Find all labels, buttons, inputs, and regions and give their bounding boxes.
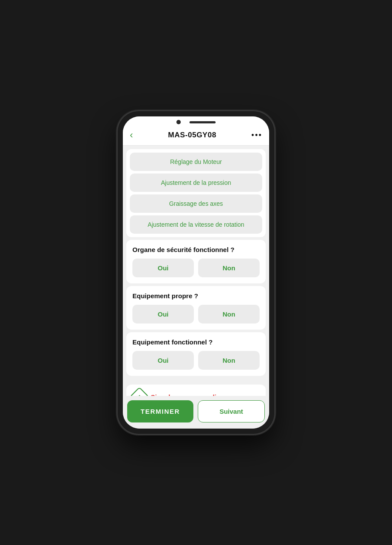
list-item[interactable]: Ajustement de la pression bbox=[130, 174, 262, 192]
camera-dot bbox=[176, 120, 181, 124]
answer-buttons-2: Oui Non bbox=[132, 305, 260, 324]
question-label-2: Equipement propre ? bbox=[132, 292, 260, 300]
suivant-button[interactable]: Suivant bbox=[198, 400, 265, 422]
question-label-1: Organe de sécurité fonctionnel ? bbox=[132, 246, 260, 253]
task-label: Réglage du Moteur bbox=[170, 158, 222, 165]
non-button-1[interactable]: Non bbox=[198, 259, 260, 277]
answer-buttons-1: Oui Non bbox=[132, 259, 260, 277]
question-card-1: Organe de sécurité fonctionnel ? Oui Non bbox=[126, 240, 266, 283]
task-label: Ajustement de la pression bbox=[161, 179, 231, 186]
non-button-2[interactable]: Non bbox=[198, 305, 260, 324]
oui-button-3[interactable]: Oui bbox=[132, 351, 194, 370]
oui-button-1[interactable]: Oui bbox=[132, 259, 194, 277]
phone-top-bar bbox=[123, 116, 269, 126]
phone-frame: ‹ MAS-05GY08 ••• Réglage du Moteur Ajust… bbox=[118, 111, 274, 434]
anomaly-header: ◇ Signaler une anomalie bbox=[132, 390, 260, 396]
oui-button-2[interactable]: Oui bbox=[132, 305, 194, 324]
phone-screen: ‹ MAS-05GY08 ••• Réglage du Moteur Ajust… bbox=[123, 116, 269, 429]
speaker-bar bbox=[189, 121, 216, 123]
list-item[interactable]: Réglage du Moteur bbox=[130, 153, 262, 171]
question-card-2: Equipement propre ? Oui Non bbox=[126, 286, 266, 330]
bottom-bar: TERMINER Suivant bbox=[123, 396, 269, 429]
list-item[interactable]: Ajustement de la vitesse de rotation bbox=[130, 215, 262, 234]
terminer-button[interactable]: TERMINER bbox=[127, 400, 193, 422]
anomaly-icon: ◇ bbox=[129, 387, 149, 396]
anomaly-section: ◇ Signaler une anomalie + Créer bbox=[126, 385, 266, 396]
spacer bbox=[123, 378, 269, 382]
more-button[interactable]: ••• bbox=[251, 131, 262, 140]
question-card-3: Equipement fonctionnel ? Oui Non bbox=[126, 332, 266, 376]
page-title: MAS-05GY08 bbox=[168, 131, 216, 140]
warning-icon: ◇ bbox=[137, 394, 142, 396]
task-list-section: Réglage du Moteur Ajustement de la press… bbox=[126, 149, 266, 237]
question-label-3: Equipement fonctionnel ? bbox=[132, 338, 260, 346]
content-scroll: Réglage du Moteur Ajustement de la press… bbox=[123, 146, 269, 396]
back-button[interactable]: ‹ bbox=[130, 130, 133, 140]
answer-buttons-3: Oui Non bbox=[132, 351, 260, 370]
task-label: Graissage des axes bbox=[169, 200, 223, 207]
app-header: ‹ MAS-05GY08 ••• bbox=[123, 126, 269, 146]
task-label: Ajustement de la vitesse de rotation bbox=[148, 221, 244, 228]
list-item[interactable]: Graissage des axes bbox=[130, 194, 262, 213]
non-button-3[interactable]: Non bbox=[198, 351, 260, 370]
